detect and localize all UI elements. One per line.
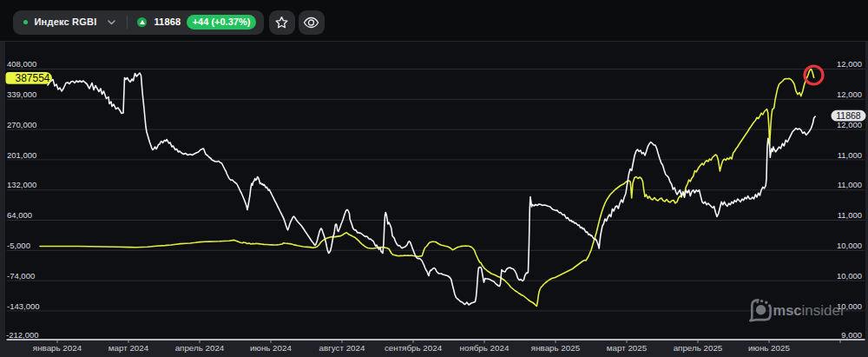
svg-text:10,000: 10,000 bbox=[837, 241, 862, 250]
svg-text:март 2024: март 2024 bbox=[108, 343, 149, 353]
svg-text:339,000: 339,000 bbox=[7, 89, 36, 99]
svg-text:9,000: 9,000 bbox=[841, 330, 862, 340]
svg-text:12,000: 12,000 bbox=[837, 59, 862, 69]
svg-text:апрель 2025: апрель 2025 bbox=[674, 343, 723, 353]
svg-text:июнь 2025: июнь 2025 bbox=[748, 343, 790, 353]
svg-text:11,000: 11,000 bbox=[838, 210, 862, 220]
svg-text:август 2024: август 2024 bbox=[319, 343, 365, 353]
svg-text:387554: 387554 bbox=[16, 72, 50, 84]
svg-text:insider: insider bbox=[802, 302, 845, 319]
svg-text:-212,000: -212,000 bbox=[6, 330, 39, 340]
svg-text:11868: 11868 bbox=[836, 110, 861, 121]
svg-text:132,000: 132,000 bbox=[7, 180, 36, 189]
svg-text:64,000: 64,000 bbox=[7, 210, 32, 220]
svg-text:201,000: 201,000 bbox=[7, 150, 36, 160]
svg-text:-143,000: -143,000 bbox=[7, 301, 40, 311]
svg-text:408,000: 408,000 bbox=[7, 59, 36, 69]
svg-text:январь 2025: январь 2025 bbox=[531, 343, 581, 353]
svg-text:11,000: 11,000 bbox=[838, 150, 862, 160]
svg-text:-5,000: -5,000 bbox=[7, 241, 30, 250]
svg-text:-74,000: -74,000 bbox=[7, 271, 35, 281]
svg-text:270,000: 270,000 bbox=[7, 120, 36, 129]
svg-text:12,000: 12,000 bbox=[837, 89, 862, 99]
svg-text:сентябрь 2024: сентябрь 2024 bbox=[385, 343, 443, 353]
svg-text:11,000: 11,000 bbox=[838, 180, 862, 189]
svg-text:январь 2024: январь 2024 bbox=[33, 343, 82, 353]
svg-text:апрель 2024: апрель 2024 bbox=[175, 343, 225, 353]
svg-text:ноябрь 2024: ноябрь 2024 bbox=[460, 343, 510, 353]
svg-text:март 2025: март 2025 bbox=[607, 343, 648, 353]
svg-text:июнь 2024: июнь 2024 bbox=[250, 343, 292, 353]
svg-text:10,000: 10,000 bbox=[837, 271, 862, 281]
svg-text:msc: msc bbox=[773, 302, 802, 318]
